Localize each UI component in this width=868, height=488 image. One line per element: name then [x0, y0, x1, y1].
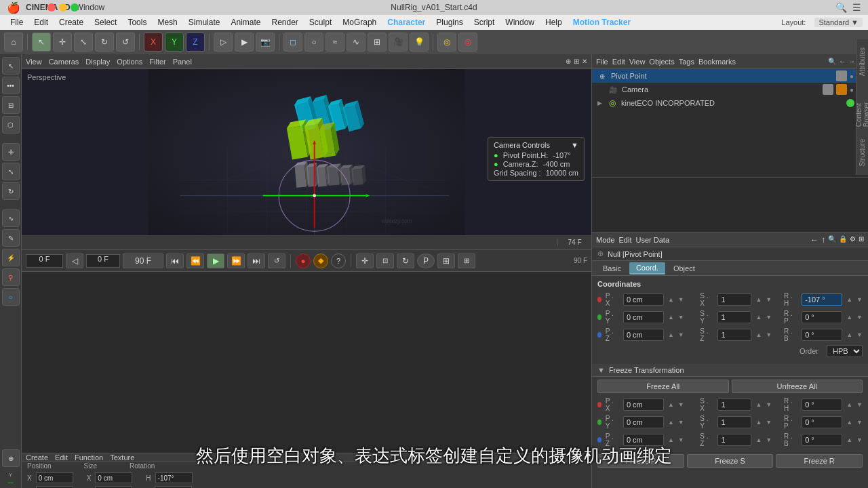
sy-up[interactable]: ▲ [755, 314, 762, 321]
motion-tracker[interactable]: Motion Tracker [568, 16, 635, 28]
key-add[interactable]: ✛ [356, 253, 374, 268]
lt-select[interactable]: ↖ [2, 57, 20, 75]
attr-nav-fwd[interactable]: ↑ [821, 235, 825, 245]
key-loop[interactable]: ↻ [397, 253, 414, 268]
apple-menu[interactable]: 🍎 [7, 1, 20, 14]
kinect-expand[interactable]: ▶ [597, 100, 602, 106]
tool-cube[interactable]: ◻ [283, 33, 302, 52]
key-p[interactable]: P [417, 253, 435, 268]
mat-rh[interactable] [155, 472, 193, 483]
key-end-frame[interactable]: ⊞ [458, 253, 475, 268]
menu-animate[interactable]: Animate [226, 16, 265, 28]
play-pause[interactable]: ▶ [207, 253, 224, 268]
menu-simulate[interactable]: Simulate [184, 16, 225, 28]
unfreeze-all-btn[interactable]: Unfreeze All [732, 380, 863, 393]
menu-edit[interactable]: Edit [29, 16, 53, 28]
tool-render[interactable]: ▷ [214, 33, 233, 52]
rm-tags[interactable]: Tags [679, 58, 694, 66]
vp-tab-cameras[interactable]: Cameras [49, 58, 79, 66]
frb-field[interactable] [802, 434, 842, 446]
rh-dn[interactable]: ▼ [856, 296, 863, 303]
menu-help[interactable]: Help [540, 16, 567, 28]
rp-up[interactable]: ▲ [846, 314, 852, 321]
rm-file[interactable]: File [596, 58, 608, 66]
mat-function[interactable]: Function [75, 453, 103, 462]
freeze-r-btn[interactable]: Freeze R [776, 454, 863, 468]
lt-coord[interactable]: ⊕ [2, 449, 20, 467]
px-up[interactable]: ▲ [668, 296, 674, 303]
hier-pivot-point[interactable]: ⊕ Pivot Point ● ◎ [592, 69, 868, 83]
pz-dn[interactable]: ▼ [678, 331, 684, 338]
tool-light[interactable]: 💡 [410, 33, 429, 52]
rb-field[interactable] [802, 329, 842, 341]
attr-edit[interactable]: Edit [619, 236, 632, 244]
lt-edges[interactable]: ⊟ [2, 96, 20, 114]
timeline-body[interactable] [22, 272, 591, 453]
rb-up[interactable]: ▲ [846, 331, 852, 338]
freeze-all-btn[interactable]: Freeze All [597, 380, 729, 393]
order-select[interactable]: HPB [827, 345, 863, 357]
lt-spline[interactable]: ∿ [2, 209, 20, 227]
sx-dn[interactable]: ▼ [766, 296, 772, 303]
attr-userdata[interactable]: User Data [636, 236, 670, 244]
cam-controls-expand[interactable]: ▼ [571, 141, 578, 149]
lt-polys[interactable]: ⬡ [2, 116, 20, 134]
tool-yellow[interactable]: ◎ [437, 33, 456, 52]
mat-edit[interactable]: Edit [55, 453, 68, 462]
rb-dn[interactable]: ▼ [856, 331, 863, 338]
freeze-section-header[interactable]: ▼ Freeze Transformation [592, 364, 868, 377]
vtab-structure[interactable]: Structure [857, 134, 867, 172]
help-btn[interactable]: ? [331, 253, 346, 268]
vp-tab-view[interactable]: View [26, 58, 42, 66]
tool-move[interactable]: ✛ [53, 33, 72, 52]
sz-up[interactable]: ▲ [755, 331, 762, 338]
hier-pivot-vis[interactable]: ● [850, 73, 854, 80]
sx-field[interactable] [717, 293, 751, 306]
mat-texture[interactable]: Texture [110, 453, 134, 462]
tool-cam[interactable]: 🎥 [389, 33, 408, 52]
menu-tools[interactable]: Tools [123, 16, 151, 28]
frh-field[interactable] [802, 399, 842, 411]
keyframe-btn[interactable]: ◆ [313, 253, 328, 268]
minimize-button[interactable] [59, 3, 67, 12]
record-btn[interactable]: ● [296, 253, 311, 268]
menu-file[interactable]: File [5, 16, 28, 28]
attr-search[interactable]: 🔍 [828, 235, 836, 245]
vp-icon-close[interactable]: ✕ [582, 58, 587, 65]
search-icon[interactable]: 🔍 [835, 2, 847, 13]
lt-rotate[interactable]: ↻ [2, 182, 20, 200]
rm-nav-icon[interactable]: ← [839, 58, 846, 65]
window-menu[interactable]: Window [76, 3, 105, 12]
fsy-field[interactable] [717, 416, 751, 428]
play-first[interactable]: ⏮ [166, 253, 184, 268]
lt-magnet[interactable]: ⚲ [2, 268, 20, 286]
play-loop[interactable]: ↺ [268, 253, 285, 268]
prev-keyframe[interactable]: ◁ [66, 253, 83, 268]
py-dn[interactable]: ▼ [678, 314, 684, 321]
lt-paint[interactable]: ✎ [2, 229, 20, 247]
mat-sx[interactable] [95, 472, 132, 483]
sz-dn[interactable]: ▼ [766, 331, 772, 338]
attr-mode[interactable]: Mode [596, 236, 615, 244]
sy-field[interactable] [717, 311, 751, 323]
py-field[interactable] [623, 311, 664, 323]
freeze-s-btn[interactable]: Freeze S [687, 454, 774, 468]
tool-sphere[interactable]: ○ [304, 33, 323, 52]
mat-create[interactable]: Create [26, 453, 48, 462]
tool-render3[interactable]: 📷 [256, 33, 275, 52]
vp-icon-full[interactable]: ⊞ [574, 58, 579, 65]
tool-rotate[interactable]: ↻ [95, 33, 114, 52]
tool-grid[interactable]: ⊞ [368, 33, 387, 52]
px-dn[interactable]: ▼ [678, 296, 684, 303]
menu-icon[interactable]: ☰ [852, 2, 861, 13]
key-del[interactable]: ⊡ [376, 253, 394, 268]
play-back[interactable]: ⏪ [186, 253, 204, 268]
tool-render2[interactable]: ▶ [235, 33, 254, 52]
vp-tab-options[interactable]: Options [117, 58, 142, 66]
fpx-field[interactable] [623, 399, 664, 411]
play-forward[interactable]: ⏩ [227, 253, 245, 268]
hier-kineteco[interactable]: ▶ ◎ kinetECO INCORPORATED ✓ [592, 96, 868, 110]
tab-basic[interactable]: Basic [596, 263, 628, 274]
lt-knife[interactable]: ⚡ [2, 249, 20, 266]
end-frame-input[interactable]: 90 F [123, 253, 163, 268]
